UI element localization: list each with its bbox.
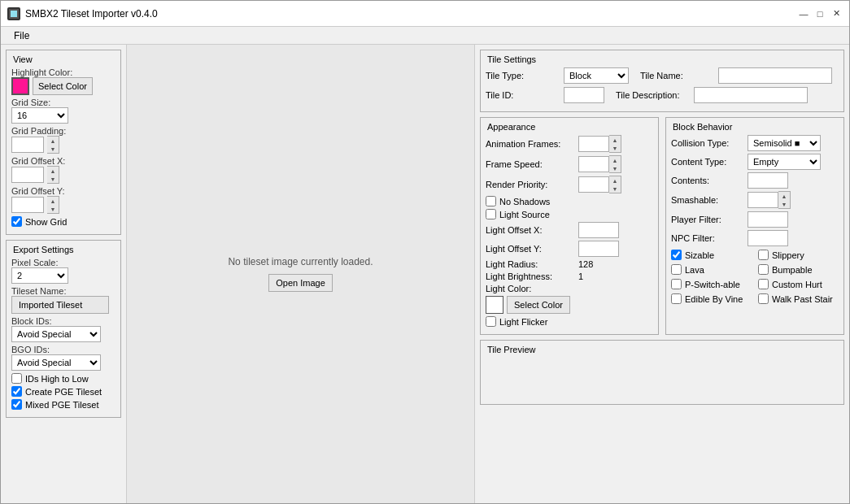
player-filter-label: Player Filter: bbox=[671, 215, 744, 224]
light-source-label: Light Source bbox=[499, 210, 550, 219]
ids-high-to-low-row: IDs High to Low bbox=[11, 373, 116, 384]
collision-type-select[interactable]: Semisolid ■ Solid None bbox=[748, 135, 821, 151]
mixed-pge-tileset-checkbox[interactable] bbox=[11, 399, 22, 410]
smashable-row: Smashable: 0 ▲ ▼ bbox=[671, 191, 839, 209]
anim-frames-down[interactable]: ▼ bbox=[609, 144, 621, 152]
tile-desc-input[interactable] bbox=[694, 87, 808, 103]
block-behavior-group: Block Behavior Collision Type: Semisolid… bbox=[665, 117, 844, 335]
grid-padding-up[interactable]: ▲ bbox=[47, 137, 59, 145]
minimize-button[interactable]: — bbox=[797, 7, 810, 20]
highlight-color-swatch[interactable] bbox=[11, 77, 29, 95]
anim-frames-input[interactable]: 1 bbox=[578, 136, 609, 152]
light-flicker-checkbox[interactable] bbox=[486, 316, 496, 327]
lava-checkbox[interactable] bbox=[671, 264, 682, 275]
render-priority-up[interactable]: ▲ bbox=[609, 176, 621, 185]
frame-speed-spin: ▲ ▼ bbox=[609, 155, 621, 173]
collision-type-label: Collision Type: bbox=[671, 138, 744, 148]
file-menu[interactable]: File bbox=[7, 28, 36, 43]
grid-offset-y-spin: ▲ ▼ bbox=[47, 196, 59, 214]
collision-type-row: Collision Type: Semisolid ■ Solid None bbox=[671, 135, 839, 151]
bgo-ids-label: BGO IDs: bbox=[11, 345, 116, 354]
no-shadows-label: No Shadows bbox=[499, 197, 550, 206]
ids-high-to-low-label: IDs High to Low bbox=[25, 374, 89, 384]
p-switchable-checkbox[interactable] bbox=[671, 279, 682, 289]
block-ids-select[interactable]: Avoid Special bbox=[11, 326, 101, 342]
main-content: View Highlight Color: Select Color Grid … bbox=[1, 45, 849, 503]
close-button[interactable]: ✕ bbox=[830, 7, 843, 20]
title-bar-left: SMBX2 Tileset Importer v0.4.0 bbox=[7, 7, 158, 20]
window-title: SMBX2 Tileset Importer v0.4.0 bbox=[25, 8, 158, 20]
render-priority-label: Render Priority: bbox=[486, 180, 575, 189]
grid-padding-down[interactable]: ▼ bbox=[47, 145, 59, 153]
block-ids-label: Block IDs: bbox=[11, 316, 116, 326]
light-select-color-button[interactable]: Select Color bbox=[507, 296, 570, 314]
frame-speed-spinbox: 8 ▲ ▼ bbox=[578, 155, 621, 173]
create-pge-tileset-checkbox[interactable] bbox=[11, 386, 22, 397]
export-group-title: Export Settings bbox=[11, 245, 76, 254]
open-image-button[interactable]: Open Image bbox=[268, 274, 333, 292]
sizable-checkbox[interactable] bbox=[671, 250, 682, 260]
grid-padding-input[interactable]: 1 bbox=[11, 137, 44, 153]
highlight-select-color-button[interactable]: Select Color bbox=[33, 77, 93, 95]
tileset-name-label: Tileset Name: bbox=[11, 286, 116, 296]
bgo-ids-select[interactable]: Avoid Special bbox=[11, 354, 101, 371]
grid-offset-y-row: 0 ▲ ▼ bbox=[11, 196, 116, 214]
frame-speed-row: Frame Speed: 8 ▲ ▼ bbox=[486, 155, 653, 173]
grid-offset-x-up[interactable]: ▲ bbox=[47, 167, 59, 175]
smashable-down[interactable]: ▼ bbox=[778, 200, 790, 208]
smashable-up[interactable]: ▲ bbox=[778, 192, 790, 200]
right-panel: Tile Settings Tile Type: Block BGO NPC T… bbox=[475, 45, 849, 503]
grid-offset-x-down[interactable]: ▼ bbox=[47, 175, 59, 183]
frame-speed-up[interactable]: ▲ bbox=[609, 156, 621, 164]
maximize-button[interactable]: □ bbox=[813, 7, 826, 20]
tile-name-input[interactable] bbox=[718, 67, 832, 84]
tileset-name-button[interactable]: Imported Tileset bbox=[11, 296, 109, 314]
edible-by-vine-label: Edible By Vine bbox=[685, 294, 743, 304]
contents-input[interactable]: 1 bbox=[748, 172, 788, 189]
sizable-label: Sizable bbox=[685, 250, 714, 260]
anim-frames-up[interactable]: ▲ bbox=[609, 136, 621, 144]
bumpable-checkbox[interactable] bbox=[758, 264, 769, 275]
pixel-scale-select[interactable]: 2 bbox=[11, 267, 68, 284]
smashable-spin: ▲ ▼ bbox=[778, 191, 791, 209]
render-priority-down[interactable]: ▼ bbox=[609, 185, 621, 193]
npc-filter-input[interactable]: 0 bbox=[748, 230, 788, 246]
content-type-select[interactable]: Empty Coins NPC bbox=[748, 154, 821, 170]
left-panel: View Highlight Color: Select Color Grid … bbox=[1, 45, 127, 503]
p-switchable-row: P-Switch-able bbox=[671, 279, 752, 289]
render-priority-input[interactable]: -85 bbox=[578, 176, 609, 193]
light-offset-x-input[interactable]: 0 bbox=[578, 222, 619, 238]
player-filter-input[interactable]: 0 bbox=[748, 211, 788, 228]
title-bar-controls: — □ ✕ bbox=[797, 7, 843, 20]
light-radius-label: Light Radius: bbox=[486, 259, 575, 269]
grid-offset-y-up[interactable]: ▲ bbox=[47, 197, 59, 205]
frame-speed-input[interactable]: 8 bbox=[578, 156, 609, 172]
create-pge-tileset-label: Create PGE Tileset bbox=[25, 387, 102, 397]
show-grid-checkbox[interactable] bbox=[11, 216, 22, 227]
grid-offset-x-input[interactable]: 0 bbox=[11, 167, 44, 183]
grid-offset-x-row: 0 ▲ ▼ bbox=[11, 166, 116, 184]
light-flicker-label: Light Flicker bbox=[499, 317, 547, 327]
grid-offset-y-input[interactable]: 0 bbox=[11, 197, 44, 213]
tile-type-select[interactable]: Block BGO NPC bbox=[564, 67, 629, 84]
custom-hurt-row: Custom Hurt bbox=[758, 279, 839, 289]
mixed-pge-tileset-label: Mixed PGE Tileset bbox=[25, 400, 98, 410]
grid-offset-y-down[interactable]: ▼ bbox=[47, 205, 59, 213]
light-offset-y-input[interactable]: 0 bbox=[578, 241, 619, 257]
grid-size-select[interactable]: 16 bbox=[11, 107, 68, 124]
lava-label: Lava bbox=[685, 265, 704, 275]
custom-hurt-checkbox[interactable] bbox=[758, 279, 769, 289]
no-shadows-checkbox[interactable] bbox=[486, 196, 496, 206]
slippery-checkbox[interactable] bbox=[758, 250, 769, 260]
ids-high-to-low-checkbox[interactable] bbox=[11, 373, 22, 384]
light-color-swatch[interactable] bbox=[486, 296, 503, 314]
bgo-ids-row: Avoid Special bbox=[11, 354, 116, 371]
edible-by-vine-checkbox[interactable] bbox=[671, 293, 682, 304]
tile-id-input[interactable] bbox=[564, 87, 604, 103]
frame-speed-down[interactable]: ▼ bbox=[609, 164, 621, 172]
smashable-input[interactable]: 0 bbox=[748, 192, 778, 208]
light-offset-x-row: Light Offset X: 0 bbox=[486, 222, 653, 238]
walk-past-stair-checkbox[interactable] bbox=[758, 293, 769, 304]
no-image-text: No tileset image currently loaded. bbox=[228, 256, 373, 267]
light-source-checkbox[interactable] bbox=[486, 209, 496, 219]
